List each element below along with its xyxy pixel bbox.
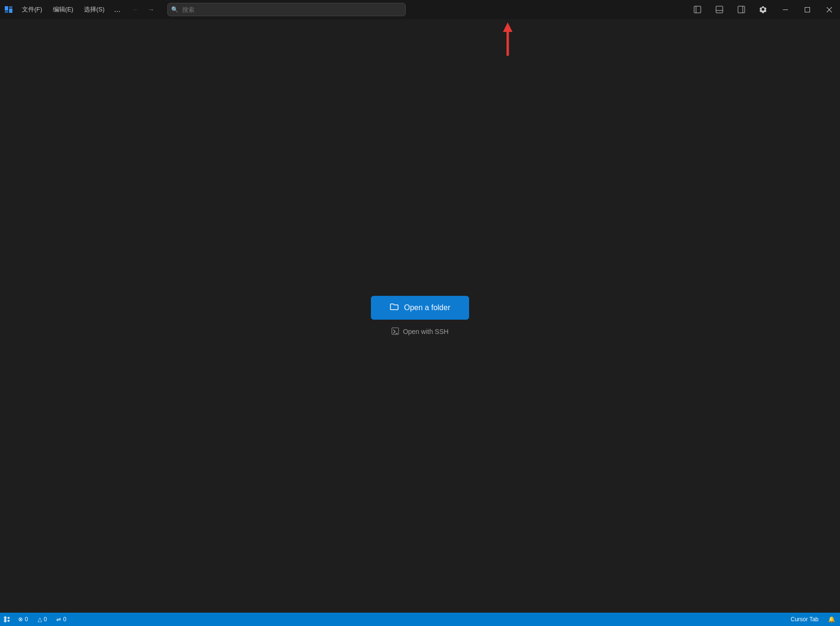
ports-icon: ⇌ xyxy=(56,616,61,623)
menu-select[interactable]: 选择(S) xyxy=(79,0,109,19)
folder-icon xyxy=(390,303,399,313)
app-logo xyxy=(0,0,17,19)
menu-file[interactable]: 文件(F) xyxy=(17,0,47,19)
statusbar-errors[interactable]: ⊗ 0 xyxy=(13,613,33,626)
svg-rect-8 xyxy=(738,6,745,13)
terminal-icon xyxy=(391,327,399,336)
statusbar-ports[interactable]: ⇌ 0 xyxy=(51,613,71,626)
svg-rect-3 xyxy=(9,9,12,13)
error-icon: ⊗ xyxy=(18,616,23,623)
warning-icon: △ xyxy=(38,616,42,623)
menu-bar: 文件(F) 编辑(E) 选择(S) ... xyxy=(17,0,124,19)
svg-rect-10 xyxy=(783,10,788,10)
svg-rect-0 xyxy=(5,6,8,10)
statusbar-right: Cursor Tab 🔔 xyxy=(786,613,840,626)
search-input[interactable] xyxy=(167,3,406,16)
statusbar-left: ⊗ 0 △ 0 ⇌ 0 xyxy=(0,613,71,626)
open-ssh-button[interactable]: Open with SSH xyxy=(391,327,449,336)
main-content: Open a folder Open with SSH xyxy=(0,19,840,613)
maximize-button[interactable] xyxy=(796,0,818,19)
svg-rect-6 xyxy=(716,6,723,13)
menu-more[interactable]: ... xyxy=(110,3,124,16)
statusbar: ⊗ 0 △ 0 ⇌ 0 Cursor Tab 🔔 xyxy=(0,613,840,626)
svg-rect-2 xyxy=(9,6,12,8)
toggle-panel-right-button[interactable] xyxy=(730,0,752,19)
svg-rect-1 xyxy=(5,11,8,13)
settings-button[interactable] xyxy=(752,0,774,19)
titlebar-right xyxy=(686,0,840,19)
minimize-button[interactable] xyxy=(774,0,796,19)
cursor-tab-status[interactable]: Cursor Tab xyxy=(786,613,823,626)
bell-icon: 🔔 xyxy=(828,616,835,623)
remote-connection-button[interactable] xyxy=(0,613,13,626)
notifications-button[interactable]: 🔔 xyxy=(823,613,840,626)
nav-buttons: ← → xyxy=(129,3,158,16)
window-controls xyxy=(686,0,840,19)
svg-rect-11 xyxy=(805,7,809,12)
open-folder-button[interactable]: Open a folder xyxy=(371,296,470,320)
titlebar: 文件(F) 编辑(E) 选择(S) ... ← → 🔍 xyxy=(0,0,840,19)
search-bar: 🔍 xyxy=(167,3,406,16)
toggle-panel-left-button[interactable] xyxy=(686,0,708,19)
svg-rect-4 xyxy=(694,6,701,13)
nav-back-button[interactable]: ← xyxy=(129,3,143,16)
nav-forward-button[interactable]: → xyxy=(144,3,158,16)
close-button[interactable] xyxy=(818,0,840,19)
statusbar-warnings[interactable]: △ 0 xyxy=(33,613,52,626)
toggle-panel-center-button[interactable] xyxy=(708,0,730,19)
menu-edit[interactable]: 编辑(E) xyxy=(48,0,78,19)
search-icon: 🔍 xyxy=(171,6,178,13)
